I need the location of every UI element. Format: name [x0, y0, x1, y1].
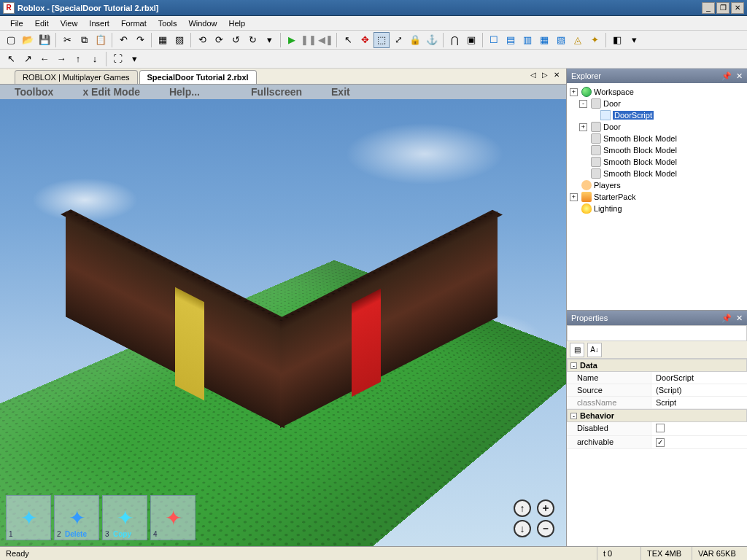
panel-close-icon[interactable]: ✕: [736, 314, 743, 323]
expand-icon[interactable]: +: [579, 123, 587, 131]
minimize-button[interactable]: _: [702, 2, 715, 14]
property-value[interactable]: (Script): [651, 384, 747, 396]
arrow-left-icon[interactable]: ←: [36, 51, 53, 67]
fullscreen-button[interactable]: Fullscreen: [236, 86, 317, 98]
game-tool-slot[interactable]: ✦3Copy: [102, 495, 147, 540]
property-row[interactable]: NameDoorScript: [567, 372, 747, 384]
resize-icon[interactable]: ⤢: [390, 32, 406, 48]
tilt-left-icon[interactable]: ↺: [228, 32, 244, 48]
magnet-icon[interactable]: ⋂: [446, 32, 462, 48]
toolbox-button[interactable]: Toolbox: [0, 86, 68, 98]
move-icon[interactable]: ✥: [357, 32, 373, 48]
lock-icon[interactable]: 🔒: [407, 32, 423, 48]
stop-icon[interactable]: ◀❚: [317, 32, 333, 48]
open-icon[interactable]: 📂: [20, 32, 36, 48]
arrow-nw-icon[interactable]: ↖: [3, 51, 19, 67]
save-icon[interactable]: 💾: [36, 32, 53, 48]
menu-file[interactable]: File: [4, 18, 29, 29]
panel-close-icon[interactable]: ✕: [736, 71, 743, 81]
arrow-down-icon[interactable]: ↓: [87, 51, 103, 67]
weld-icon[interactable]: ▥: [519, 32, 535, 48]
tree-node[interactable]: -Door: [568, 98, 746, 109]
rotate-left-icon[interactable]: ⟲: [194, 32, 210, 48]
expand-icon[interactable]: +: [570, 88, 578, 96]
tree-node[interactable]: Lighting: [568, 203, 746, 214]
pin-icon[interactable]: 📌: [721, 71, 732, 81]
surface-icon[interactable]: ▣: [463, 32, 479, 48]
properties-grid[interactable]: -DataNameDoorScriptSource(Script)classNa…: [567, 359, 747, 546]
categorized-icon[interactable]: ▤: [570, 343, 584, 357]
property-value[interactable]: [651, 422, 747, 435]
inlet-icon[interactable]: ▧: [553, 32, 569, 48]
property-value[interactable]: ✓: [651, 436, 747, 448]
viewport-3d[interactable]: Toolbox x Edit Mode Help... Fullscreen E…: [0, 85, 566, 546]
restore-button[interactable]: ❐: [716, 2, 729, 14]
cut-icon[interactable]: ✂: [59, 32, 75, 48]
fill-dropdown-icon[interactable]: ▾: [626, 32, 642, 48]
pin-icon[interactable]: 📌: [721, 314, 732, 323]
property-category[interactable]: -Behavior: [567, 409, 747, 422]
tree-node[interactable]: Smooth Block Model: [568, 133, 746, 144]
menu-tools[interactable]: Tools: [152, 18, 183, 29]
property-row[interactable]: archivable✓: [567, 436, 747, 449]
property-row[interactable]: classNameScript: [567, 397, 747, 409]
zoom-out-icon[interactable]: －: [537, 520, 554, 537]
cursor-icon[interactable]: ↖: [340, 32, 356, 48]
expand-icon[interactable]: -: [579, 100, 587, 108]
tree-node[interactable]: DoorScript: [568, 109, 746, 121]
menu-help[interactable]: Help: [223, 18, 252, 29]
menu-view[interactable]: View: [55, 18, 84, 29]
arrow-right-icon[interactable]: →: [53, 51, 69, 67]
glue-icon[interactable]: ▤: [503, 32, 519, 48]
tab-next-icon[interactable]: ▷: [540, 71, 550, 79]
arrow-up-icon[interactable]: ↑: [70, 51, 86, 67]
game-tool-slot[interactable]: ✦4: [150, 495, 196, 540]
select-tool-icon[interactable]: ⬚: [374, 32, 390, 48]
menu-insert[interactable]: Insert: [83, 18, 115, 29]
group-icon[interactable]: ▦: [155, 32, 171, 48]
pause-icon[interactable]: ❚❚: [301, 32, 317, 48]
menu-edit[interactable]: Edit: [29, 18, 55, 29]
universal-icon[interactable]: ◬: [570, 32, 586, 48]
alphabetical-icon[interactable]: A↓: [587, 343, 602, 357]
new-icon[interactable]: ▢: [3, 32, 19, 48]
menu-window[interactable]: Window: [182, 18, 222, 29]
paste-icon[interactable]: 📋: [93, 32, 109, 48]
tab-document[interactable]: SpecialDoor Tutorial 2.rbxl: [139, 70, 257, 84]
explorer-tree[interactable]: +Workspace-DoorDoorScript+DoorSmooth Blo…: [567, 83, 747, 310]
tab-close-icon[interactable]: ✕: [551, 71, 562, 79]
property-value[interactable]: Script: [651, 397, 747, 408]
tree-node[interactable]: +StarterPack: [568, 191, 746, 203]
help-button[interactable]: Help...: [155, 86, 214, 98]
property-value[interactable]: DoorScript: [651, 372, 747, 384]
expand-icon[interactable]: ⛶: [109, 51, 125, 67]
camera-up-icon[interactable]: ↑: [514, 499, 531, 517]
properties-search[interactable]: [567, 325, 747, 341]
tab-start[interactable]: ROBLOX | Multiplayer Games: [15, 70, 138, 84]
copy-icon[interactable]: ⧉: [76, 32, 92, 48]
game-tool-slot[interactable]: ✦2Delete: [54, 495, 99, 540]
tree-node[interactable]: Smooth Block Model: [568, 168, 746, 179]
smooth-icon[interactable]: ☐: [486, 32, 502, 48]
rotate-right-icon[interactable]: ⟳: [211, 32, 227, 48]
anchor-icon[interactable]: ⚓: [424, 32, 440, 48]
studs-icon[interactable]: ▦: [536, 32, 552, 48]
tree-node[interactable]: Smooth Block Model: [568, 156, 746, 168]
tree-node[interactable]: Players: [568, 179, 746, 191]
expand-dropdown-icon[interactable]: ▾: [126, 51, 142, 67]
arrow-ne-icon[interactable]: ↗: [20, 51, 36, 67]
close-button[interactable]: ✕: [731, 2, 744, 14]
redo-icon[interactable]: ↷: [132, 32, 148, 48]
tab-prev-icon[interactable]: ◁: [528, 71, 538, 79]
undo-icon[interactable]: ↶: [115, 32, 131, 48]
hinge-icon[interactable]: ✦: [587, 32, 603, 48]
dropdown-icon[interactable]: ▾: [261, 32, 277, 48]
play-icon[interactable]: ▶: [284, 32, 300, 48]
property-row[interactable]: Disabled: [567, 422, 747, 436]
tree-node[interactable]: +Workspace: [568, 86, 746, 98]
fill-icon[interactable]: ◧: [609, 32, 625, 48]
property-row[interactable]: Source(Script): [567, 384, 747, 397]
ungroup-icon[interactable]: ▨: [171, 32, 187, 48]
tree-node[interactable]: Smooth Block Model: [568, 144, 746, 156]
exit-button[interactable]: Exit: [317, 86, 365, 98]
